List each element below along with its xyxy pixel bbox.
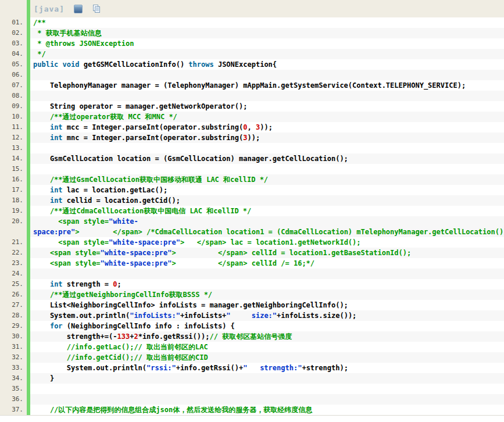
line-number: 36. [0,394,27,405]
line-number: 32. [0,352,27,363]
code-token-string: "white-space:pre" [101,249,172,257]
code-token-keyword: int [50,134,63,142]
code-line-content: //info.getLac();// 取出当前邻区的LAC [30,342,504,352]
code-line-content [30,70,504,80]
line-number: 29. [0,321,27,331]
code-line: 24. [0,269,504,279]
code-token-comment: * 获取手机基站信息 [33,29,102,37]
code-line-content: int strength = 0; [30,279,504,289]
code-token-plain: (NeighboringCellInfo info : infoLists) { [63,322,235,330]
code-line: 27. List<NeighboringCellInfo> infoLists … [0,300,504,310]
code-line: 26. /**通过getNeighboringCellInfo获取BSSS */ [0,289,504,300]
line-number: 17. [0,185,27,195]
code-line-content: int mcc = Integer.parseInt(operator.subs… [30,122,504,133]
code-token-comment: > </span> cellId /= 16;*/ [171,259,314,267]
code-token-number: 133 [117,332,130,341]
code-token-comment: /**通过getNeighboringCellInfo获取BSSS */ [33,291,212,299]
code-token-plain: strength = [63,280,113,288]
code-token-keyword: int [50,196,63,205]
code-line-content: System.out.println("rssi:"+info.getRssi(… [30,363,504,373]
code-token-keyword: int [50,123,63,131]
code-line-content: <span style="white-space:pre"> </span> l… [30,237,504,248]
code-token-plain [33,186,50,194]
copy-icon-glyph [92,4,101,13]
code-line: 33. System.out.println("rssi:"+info.getR… [0,363,504,373]
code-token-comment: /**通过GsmCellLocation获取中国移动和联通 LAC 和cellI… [33,176,268,184]
code-token-number: 0 [113,280,117,288]
code-token-plain: cellid = location.getCid(); [63,196,180,205]
code-line-content: int cellid = location.getCid(); [30,195,504,206]
code-token-comment: <span style= [33,249,101,257]
code-token-plain [33,123,50,131]
code-token-plain: getGSMCellLocationInfo() [79,60,188,69]
code-token-string: "white- [109,217,138,226]
code-token-number: 2 [134,332,138,341]
code-token-plain: )); [248,134,260,142]
code-token-plain: System.out.println( [33,364,146,372]
code-line-content [30,269,504,279]
line-number: 30. [0,331,27,342]
code-token-plain [33,280,50,288]
code-lines: 01./**02. * 获取手机基站信息03. * @throws JSONEx… [0,17,504,416]
code-line-content: /**通过operator获取 MCC 和MNC */ [30,112,504,122]
code-line-content: GsmCellLocation location = (GsmCellLocat… [30,153,504,164]
code-line-content: public void getGSMCellLocationInfo() thr… [30,59,504,70]
code-token-plain: JSONException{ [214,60,277,69]
code-line: 28. System.out.println("infoLists:"+info… [0,310,504,321]
code-line-content: */ [30,49,504,59]
line-number: 06. [0,70,27,80]
code-token-plain: mnc = Integer.parseInt(operator.substrin… [63,134,244,142]
line-number: 12. [0,133,27,143]
line-number: 11. [0,122,27,133]
code-line-content: //以下内容是把得到的信息组合成json体，然后发送给我的服务器，获取经纬度信息 [30,405,504,415]
line-number: 20. [0,216,27,227]
copy-icon[interactable] [92,4,101,13]
code-token-string: " size:" [226,312,277,320]
code-token-plain [33,322,50,330]
line-number: 22. [0,248,27,258]
code-line: 16. /**通过GsmCellLocation获取中国移动和联通 LAC 和c… [0,174,504,185]
code-token-plain: TelephonyManager manager = (TelephonyMan… [33,81,466,90]
code-token-plain [33,134,50,142]
line-number: 25. [0,279,27,289]
code-token-plain: strength+=(- [33,332,117,341]
code-line-content: * 获取手机基站信息 [30,28,504,38]
code-line-content [30,143,504,153]
view-plain-icon-glyph [74,5,83,13]
code-token-string: "infoLists:" [130,312,180,320]
code-line-content: /**通过CdmaCellLocation获取中国电信 LAC 和cellID … [30,206,504,216]
code-token-comment: //info.getLac();// 取出当前邻区的LAC [33,343,208,351]
code-line-content [30,384,504,394]
code-line: 30. strength+=(-133+2*info.getRssi());//… [0,331,504,342]
line-number: 28. [0,310,27,321]
line-number: 18. [0,195,27,206]
code-token-plain: String operator = manager.getNetworkOper… [33,102,247,110]
view-plain-icon[interactable] [74,5,83,13]
code-line: 25. int strength = 0; [0,279,504,289]
code-token-plain: lac = location.getLac(); [63,186,168,194]
code-token-keyword: int [50,280,63,288]
bottom-strip [0,416,504,422]
code-token-keyword: int [50,186,63,194]
code-line-content: /**通过getNeighboringCellInfo获取BSSS */ [30,289,504,300]
code-token-plain: mcc = Integer.parseInt(operator.substrin… [63,123,244,131]
code-line-content: String operator = manager.getNetworkOper… [30,101,504,112]
code-token-plain: +infoLists.size()); [277,312,356,320]
code-token-plain: +strength); [302,364,348,372]
code-line-content: strength+=(-133+2*info.getRssi());// 获取邻… [30,331,504,342]
code-line: 20. <span style="white- [0,216,504,227]
code-token-keyword: public void [33,60,79,69]
line-number: 07. [0,80,27,91]
code-line: 17. int lac = location.getLac(); [0,185,504,195]
line-number: 14. [0,153,27,164]
code-line: 34. } [0,373,504,384]
code-line: 29. for (NeighboringCellInfo info : info… [0,321,504,331]
code-line: 21. <span style="white-space:pre"> </spa… [0,237,504,248]
code-line: 01./** [0,17,504,28]
code-line: 35. [0,384,504,394]
code-token-comment: <span style= [33,217,109,226]
code-line: 02. * 获取手机基站信息 [0,28,504,38]
line-number: 34. [0,373,27,384]
code-token-comment: //info.getCid();// 取出当前邻区的CID [33,353,208,362]
code-line: 22. <span style="white-space:pre"> </spa… [0,248,504,258]
